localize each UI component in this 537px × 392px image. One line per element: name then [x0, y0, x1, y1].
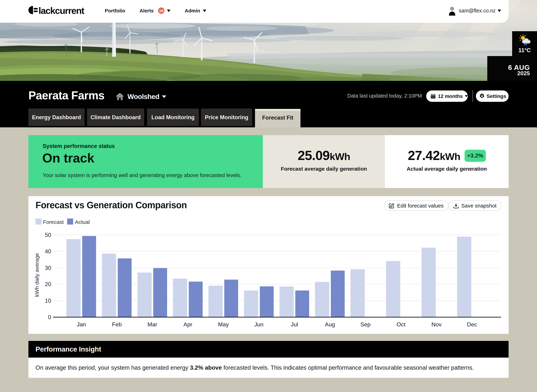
- svg-text:kWh daily average: kWh daily average: [34, 253, 40, 297]
- svg-text:Sep: Sep: [361, 321, 371, 328]
- svg-text:Feb: Feb: [112, 321, 122, 328]
- svg-text:Aug: Aug: [325, 321, 335, 328]
- svg-text:10: 10: [45, 298, 51, 304]
- svg-text:Nov: Nov: [432, 321, 442, 328]
- svg-text:Apr: Apr: [183, 321, 192, 328]
- svg-text:30: 30: [45, 265, 51, 271]
- svg-text:40: 40: [45, 248, 51, 255]
- svg-text:0: 0: [48, 314, 51, 320]
- svg-text:Jan: Jan: [77, 321, 86, 328]
- svg-text:Mar: Mar: [147, 321, 157, 328]
- svg-text:lackcurrent: lackcurrent: [38, 5, 84, 16]
- svg-text:Dec: Dec: [467, 321, 477, 328]
- svg-text:20: 20: [45, 281, 51, 287]
- svg-text:Jul: Jul: [291, 321, 298, 328]
- svg-text:Oct: Oct: [397, 321, 405, 328]
- svg-text:50: 50: [45, 232, 51, 238]
- svg-text:May: May: [218, 321, 229, 328]
- svg-text:Jun: Jun: [254, 321, 264, 328]
